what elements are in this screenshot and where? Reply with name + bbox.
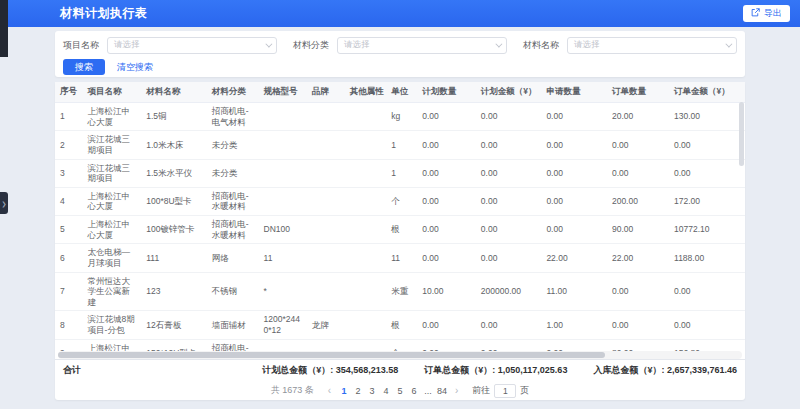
summary-row: 合计 计划总金额（¥）: 354,568,213.58 订单总金额（¥）: 1,…	[55, 359, 745, 381]
table-cell: 1.5米水平仪	[141, 159, 207, 187]
table-cell: 22.00	[541, 244, 607, 272]
table-cell: 龙牌	[307, 311, 345, 339]
table-cell	[345, 216, 386, 244]
table-cell: 0.00	[417, 311, 476, 339]
project-name-select[interactable]: 请选择	[107, 37, 277, 54]
export-button[interactable]: 导出	[743, 5, 790, 22]
table-row[interactable]: 6太仓电梯—月球项目111网络11110.000.0022.0022.00118…	[55, 244, 745, 272]
table-cell: 0.00	[669, 159, 745, 187]
table-cell: 0.00	[417, 103, 476, 131]
table-cell: 米重	[386, 272, 417, 311]
horizontal-scrollbar[interactable]	[58, 351, 742, 359]
pager-page-84[interactable]: 84	[435, 384, 449, 398]
table-cell: 根	[386, 216, 417, 244]
table-row[interactable]: 2滨江花城三期项目1.0米木床未分类10.000.000.000.000.00	[55, 131, 745, 159]
table-row[interactable]: 1上海松江中心大厦1.5铜招商机电-电气材料kg0.000.000.0020.0…	[55, 103, 745, 131]
summary-total-label: 合计	[63, 364, 81, 377]
table-row[interactable]: 5上海松江中心大厦100镀锌管卡招商机电-水暖材料DN100根0.000.000…	[55, 216, 745, 244]
table-cell: 上海松江中心大厦	[83, 339, 142, 351]
table-cell: 10772.10	[669, 216, 745, 244]
table-row[interactable]: 4上海松江中心大厦100*8U型卡招商机电-水暖材料个0.000.000.002…	[55, 187, 745, 215]
table-cell: 2	[55, 131, 83, 159]
table-cell: 0.00	[541, 339, 607, 351]
table-cell: 6	[55, 244, 83, 272]
column-header: 计划金额（¥）	[476, 82, 542, 103]
table-cell: 111	[141, 244, 207, 272]
table-cell	[345, 159, 386, 187]
table-cell: 0.00	[476, 244, 542, 272]
table-cell: 0.00	[476, 159, 542, 187]
material-name-label: 材料名称	[523, 39, 559, 52]
table-cell: 0.00	[607, 159, 669, 187]
table-cell: 11.00	[541, 272, 607, 311]
table-cell: 滨江花城三期项目	[83, 131, 142, 159]
order-total-label: 订单总金额（¥）:	[424, 365, 495, 375]
project-name-filter: 项目名称 请选择	[63, 37, 277, 54]
material-name-select[interactable]: 请选择	[567, 37, 737, 54]
goto-page-input[interactable]	[494, 384, 516, 398]
table-cell	[345, 272, 386, 311]
pager-page-6[interactable]: 6	[407, 384, 421, 398]
table-cell	[307, 103, 345, 131]
pager-page-3[interactable]: 3	[365, 384, 379, 398]
table-cell: 1	[386, 159, 417, 187]
order-total-value: 1,050,117,025.63	[498, 365, 568, 375]
goto-page: 前往 页	[472, 384, 529, 398]
table-row[interactable]: 7常州恒达大学生公寓新建123不锈钢*米重10.00200000.0011.00…	[55, 272, 745, 311]
pager-ellipsis[interactable]: ...	[421, 384, 435, 398]
table-cell	[259, 339, 307, 351]
table-cell: 5	[55, 216, 83, 244]
chevron-down-icon	[725, 40, 732, 47]
table-cell	[345, 311, 386, 339]
table-cell: 20.00	[607, 103, 669, 131]
table-cell: 上海松江中心大厦	[83, 187, 142, 215]
table-cell: 0.00	[541, 103, 607, 131]
table-cell: 0.00	[541, 216, 607, 244]
table-cell: 0.00	[476, 131, 542, 159]
pager-page-4[interactable]: 4	[379, 384, 393, 398]
material-category-filter: 材料分类 请选择	[293, 37, 507, 54]
table-cell: 11	[259, 244, 307, 272]
pager-next-button[interactable]: ›	[452, 385, 461, 396]
table-cell: 1.00	[541, 311, 607, 339]
material-category-select[interactable]: 请选择	[337, 37, 507, 54]
table-cell: 0.00	[607, 272, 669, 311]
vertical-scrollbar[interactable]	[739, 102, 744, 166]
pager-page-2[interactable]: 2	[351, 384, 365, 398]
table-cell: *	[259, 272, 307, 311]
search-button[interactable]: 搜索	[63, 59, 105, 75]
table-cell: 网络	[207, 244, 259, 272]
column-header: 计划数量	[417, 82, 476, 103]
table-cell: 0.00	[417, 216, 476, 244]
plan-total-value: 354,568,213.58	[336, 365, 399, 375]
table-scroll-area: 序号项目名称材料名称材料分类规格型号品牌其他属性单位计划数量计划金额（¥）申请数…	[55, 82, 745, 351]
chevron-down-icon	[265, 40, 272, 47]
pager-prev-button[interactable]: ‹	[325, 385, 334, 396]
pager-page-5[interactable]: 5	[393, 384, 407, 398]
table-row[interactable]: 8滨江花城8期项目-分包12石膏板墙面辅材1200*2440*12龙牌根0.00…	[55, 311, 745, 339]
material-name-placeholder: 请选择	[574, 39, 600, 51]
table-cell	[259, 187, 307, 215]
table-cell	[345, 244, 386, 272]
table-cell: DN100	[259, 216, 307, 244]
table-cell: 滨江花城三期项目	[83, 159, 142, 187]
table-cell: 7	[55, 272, 83, 311]
table-cell	[307, 159, 345, 187]
pagination: 共 1673 条 ‹ 123456...84 › 前往 页	[55, 381, 745, 400]
table-cell: 0.00	[476, 103, 542, 131]
pager-page-1[interactable]: 1	[337, 384, 351, 398]
table-cell: 0.00	[669, 272, 745, 311]
table-cell: 1.5铜	[141, 103, 207, 131]
horizontal-scrollbar-thumb[interactable]	[58, 352, 605, 358]
table-cell: 常州恒达大学生公寓新建	[83, 272, 142, 311]
plan-total-label: 计划总金额（¥）:	[262, 365, 333, 375]
project-name-placeholder: 请选择	[114, 39, 140, 51]
sidebar-toggle[interactable]: ❯	[0, 192, 8, 214]
table-cell: 100*8U型卡	[141, 187, 207, 215]
column-header: 订单数量	[607, 82, 669, 103]
clear-search-button[interactable]: 清空搜索	[117, 61, 153, 74]
table-row[interactable]: 9上海松江中心大厦150*10U型卡招商机电-水暖材料个0.000.000.00…	[55, 339, 745, 351]
column-header: 订单金额（¥）	[669, 82, 745, 103]
table-row[interactable]: 3滨江花城三期项目1.5米水平仪未分类10.000.000.000.000.00	[55, 159, 745, 187]
table-cell: 22.00	[607, 244, 669, 272]
